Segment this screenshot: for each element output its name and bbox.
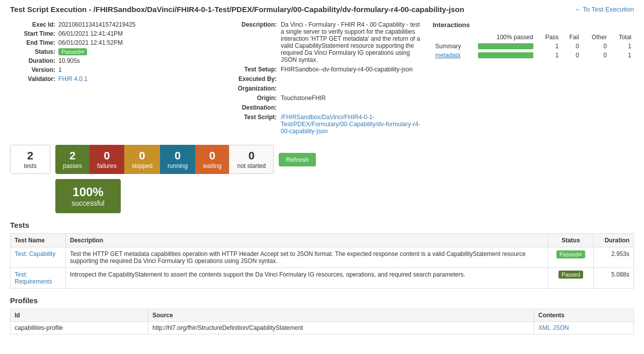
interaction-other: 0 [582, 51, 609, 60]
passes-label: passes [63, 162, 82, 169]
col-100passed-header: 100% passed [475, 33, 536, 42]
exec-id-value: 20210601134141574219425 [58, 21, 136, 28]
tests-box: 2 tests [10, 145, 50, 174]
interaction-name: Summary [433, 42, 475, 51]
origin-value: TouchstoneFHIR [281, 95, 423, 102]
interaction-name[interactable]: metadata [433, 51, 475, 60]
executed-by-label: Executed By: [221, 75, 277, 82]
test-duration: 5.088s [594, 268, 634, 289]
not-started-count: 0 [249, 149, 255, 162]
stats-wrapper: 2 tests 2 passes 0 failures 0 skipped 0 … [10, 145, 634, 213]
running-label: running [168, 162, 188, 169]
validator-link[interactable]: FHIR 4.0.1 [58, 75, 88, 82]
interaction-other: 0 [582, 42, 609, 51]
passes-count: 2 [69, 149, 75, 162]
test-name-link[interactable]: Test: Capability [15, 250, 55, 257]
meta-section: Exec Id: 20210601134141574219425 Start T… [10, 21, 211, 137]
test-setup-value: FHIRSandbox--dv-formulary-r4-00-capabili… [281, 66, 423, 73]
col-id-header: Id [11, 309, 148, 322]
passed-w-badge: PassedW [556, 250, 585, 258]
waiting-box: 0 waiting [195, 145, 229, 174]
success-box: 100% successful [55, 179, 121, 213]
waiting-count: 0 [209, 149, 215, 162]
profile-source: http://hl7.org/fhir/StructureDefinition/… [148, 322, 534, 334]
running-count: 0 [175, 149, 181, 162]
col-name-header [433, 33, 475, 42]
executed-by-row: Executed By: [221, 75, 423, 82]
test-script-link[interactable]: /FHIRSandbox/DaVinci/FHIR4-0-1-Test/PDEX… [281, 114, 423, 135]
interaction-row: metadata1001 [433, 51, 634, 60]
end-time-row: End Time: 06/01/2021 12:41:52PM [10, 39, 211, 46]
test-setup-label: Test Setup: [221, 66, 277, 73]
interaction-bar [475, 42, 536, 51]
back-link[interactable]: To Test Execution [575, 6, 634, 13]
test-row: Test: RequirementsIntrospect the Capabil… [11, 268, 634, 289]
test-status: Passed [548, 268, 594, 289]
failures-label: failures [97, 162, 117, 169]
tests-count: 2 [27, 149, 33, 162]
interaction-fail: 0 [561, 51, 582, 60]
origin-label: Origin: [221, 95, 277, 102]
duration-value: 10.905s [58, 57, 80, 64]
col-fail-header: Fail [561, 33, 582, 42]
description-row: Description: Da Vinci - Formulary - FHIR… [221, 21, 423, 63]
page-header: Test Script Execution - /FHIRSandbox/DaV… [10, 5, 634, 14]
success-pct: 100% [65, 185, 111, 199]
status-label: Status: [10, 48, 55, 55]
failures-box: 0 failures [90, 145, 124, 174]
duration-label: Duration: [10, 57, 55, 64]
profile-contents: XMLJSON [534, 322, 633, 334]
destination-row: Destination: [221, 104, 423, 111]
validator-row: Validator: FHIR 4.0.1 [10, 75, 211, 82]
profiles-table: Id Source Contents capabilities-profileh… [10, 309, 634, 334]
waiting-label: waiting [203, 162, 221, 169]
running-box: 0 running [160, 145, 195, 174]
page-title: Test Script Execution - /FHIRSandbox/DaV… [10, 5, 464, 14]
duration-row: Duration: 10.905s [10, 57, 211, 64]
stats-row: 2 passes 0 failures 0 skipped 0 running … [55, 145, 316, 174]
interaction-pass: 1 [536, 42, 561, 51]
destination-label: Destination: [221, 104, 277, 111]
format-json-link[interactable]: JSON [553, 324, 569, 331]
col-test-name-header: Test Name [11, 234, 66, 247]
success-label: successful [65, 199, 111, 207]
not-started-label: not started [237, 162, 266, 169]
start-time-label: Start Time: [10, 30, 55, 37]
test-description: Test the HTTP GET metadata capabilities … [66, 247, 548, 268]
test-name-cell: Test: Requirements [11, 268, 66, 289]
exec-id-label: Exec Id: [10, 21, 55, 28]
refresh-button[interactable]: Refresh [279, 153, 316, 166]
end-time-label: End Time: [10, 39, 55, 46]
skipped-box: 0 skipped [124, 145, 160, 174]
format-xml-link[interactable]: XML [538, 324, 551, 331]
test-setup-row: Test Setup: FHIRSandbox--dv-formulary-r4… [221, 66, 423, 73]
test-name-link[interactable]: Test: Requirements [15, 271, 52, 285]
interaction-total: 1 [609, 42, 634, 51]
exec-id-row: Exec Id: 20210601134141574219425 [10, 21, 211, 28]
version-value: 1 [58, 66, 62, 73]
test-duration: 2.953s [594, 247, 634, 268]
test-description: Introspect the CapabilityStatement to as… [66, 268, 548, 289]
passes-box: 2 passes [55, 145, 90, 174]
status-row: Status: PassedW [10, 48, 211, 55]
interaction-pass: 1 [536, 51, 561, 60]
col-duration-header: Duration [594, 234, 634, 247]
profiles-section-title: Profiles [10, 296, 634, 305]
interactions-table: 100% passed Pass Fail Other Total Summar… [433, 33, 634, 60]
description-value: Da Vinci - Formulary - FHIR R4 - 00 Capa… [281, 21, 423, 63]
test-script-label: Test Script: [221, 114, 277, 121]
interactions-title: Interactions [433, 21, 634, 29]
profile-row: capabilities-profilehttp://hl7.org/fhir/… [11, 322, 634, 334]
tests-table: Test Name Description Status Duration Te… [10, 233, 634, 289]
validator-label: Validator: [10, 75, 55, 82]
end-time-value: 06/01/2021 12:41:52PM [58, 39, 123, 46]
test-status: PassedW [548, 247, 594, 268]
origin-row: Origin: TouchstoneFHIR [221, 95, 423, 102]
interaction-bar [475, 51, 536, 60]
top-section: Exec Id: 20210601134141574219425 Start T… [10, 21, 634, 137]
test-name-cell: Test: Capability [11, 247, 66, 268]
version-label: Version: [10, 66, 55, 73]
description-section: Description: Da Vinci - Formulary - FHIR… [221, 21, 423, 137]
start-time-value: 06/01/2021 12:41:41PM [58, 30, 123, 37]
interaction-fail: 0 [561, 42, 582, 51]
